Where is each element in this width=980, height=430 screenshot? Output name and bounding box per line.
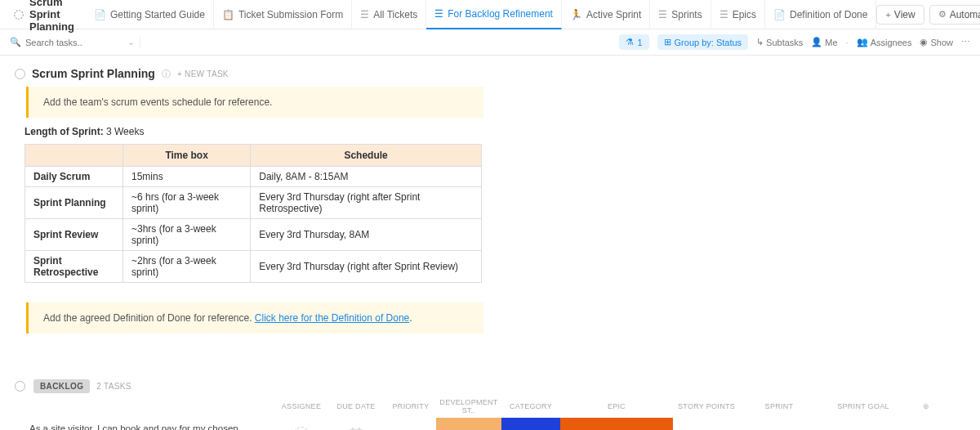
assignee-cell[interactable]: + [276, 418, 327, 430]
tab-definition-done[interactable]: 📄Definition of Done [765, 0, 876, 29]
group-by-button[interactable]: ⊞Group by: Status [657, 34, 749, 50]
table-header: Schedule [251, 145, 482, 167]
sprint-goal-cell[interactable]: – [818, 418, 908, 430]
topbar-actions: +View ⚙Automate⌄ ⤴Share [876, 5, 980, 25]
subtask-icon: ↳ [756, 37, 764, 47]
sprint-cell[interactable]: – [740, 418, 818, 430]
task-title-cell[interactable]: As a site visitor, I can book and pay fo… [15, 418, 276, 430]
assignees-filter[interactable]: 👥Assignees [857, 37, 912, 47]
due-date-cell[interactable] [327, 418, 385, 430]
users-icon: 👥 [857, 37, 868, 47]
form-icon: 📋 [222, 9, 234, 20]
subtasks-button[interactable]: ↳Subtasks [756, 37, 803, 47]
chevron-down-icon[interactable]: ⌄ [127, 37, 140, 47]
tab-all-tickets[interactable]: ☰All Tickets [352, 0, 426, 29]
dev-status-pill: Pending [436, 418, 501, 430]
table-row: Sprint Review~3hrs (for a 3-week sprint)… [25, 219, 482, 251]
col-dev-status[interactable]: DEVELOPMENT ST.. [436, 398, 501, 414]
schedule-table: Time box Schedule Daily Scrum15minsDaily… [24, 144, 482, 283]
search-input[interactable] [25, 38, 115, 47]
col-sprint[interactable]: SPRINT [740, 402, 818, 410]
table-header: Time box [123, 145, 251, 167]
add-view-button[interactable]: +View [876, 5, 924, 25]
group-icon: ⊞ [664, 37, 671, 47]
toolbar: 🔍 ⌄ ⚗1 ⊞Group by: Status ↳Subtasks 👤Me ·… [0, 29, 980, 56]
col-sprint-goal[interactable]: SPRINT GOAL [818, 402, 908, 410]
task-row[interactable]: As a site visitor, I can book and pay fo… [0, 418, 980, 430]
automate-button[interactable]: ⚙Automate⌄ [929, 5, 980, 25]
me-filter[interactable]: 👤Me [811, 37, 837, 47]
doc-icon: 📄 [773, 9, 786, 20]
list-icon: ☰ [658, 9, 667, 20]
category-pill: Story [501, 418, 560, 430]
filter-count[interactable]: ⚗1 [619, 34, 648, 50]
dev-status-cell[interactable]: Pending [436, 418, 501, 430]
eye-icon: ◉ [920, 37, 928, 47]
priority-cell[interactable]: ⚑ [385, 418, 436, 430]
col-due[interactable]: DUE DATE [327, 402, 385, 410]
search-icon: 🔍 [10, 37, 21, 47]
tab-sprints[interactable]: ☰Sprints [650, 0, 710, 29]
table-header [25, 145, 123, 167]
sprint-length: Length of Sprint: 3 Weeks [24, 126, 965, 137]
filter-icon: ⚗ [626, 37, 634, 47]
collapse-icon[interactable] [15, 381, 25, 392]
topbar: Scrum Sprint Planning 📄Getting Started G… [0, 0, 980, 29]
category-cell[interactable]: Story [501, 418, 560, 430]
more-menu[interactable]: ⋯ [961, 37, 970, 47]
show-button[interactable]: ◉Show [920, 37, 953, 47]
tab-epics[interactable]: ☰Epics [711, 0, 765, 29]
col-assignee[interactable]: ASSIGNEE [276, 402, 327, 410]
content: Scrum Sprint Planning ⓘ + NEW TASK Add t… [0, 56, 980, 350]
table-row: Sprint Planning~6 hrs (for a 3-week spri… [25, 187, 482, 219]
table-row: Daily Scrum15minsDaily, 8AM - 8:15AM [25, 167, 482, 187]
backlog-header: BACKLOG 2 TASKS [0, 379, 980, 393]
tab-ticket-form[interactable]: 📋Ticket Submission Form [214, 0, 352, 29]
new-task-link[interactable]: + NEW TASK [177, 69, 229, 78]
callout-dod: Add the agreed Definition of Done for re… [26, 302, 483, 334]
epic-cell[interactable]: Booking Services [560, 418, 673, 430]
sprint-length-value: 3 Weeks [106, 126, 144, 137]
table-row: Sprint Retrospective~2hrs (for a 3-week … [25, 251, 482, 283]
col-story-points[interactable]: STORY POINTS [673, 402, 740, 410]
list-icon: ☰ [360, 9, 369, 20]
callout-schedule: Add the team's scrum events schedule for… [26, 87, 483, 118]
collapse-icon[interactable] [15, 69, 25, 79]
sprint-icon: 🏃 [570, 9, 582, 20]
project-title-text: Scrum Sprint Planning [29, 0, 74, 33]
callout-text: Add the team's scrum events schedule for… [43, 96, 272, 108]
task-count: 2 TASKS [96, 382, 131, 391]
backlog-label[interactable]: BACKLOG [33, 379, 90, 393]
epic-pill: Booking Services [560, 418, 673, 430]
project-icon [13, 9, 24, 20]
row-menu[interactable] [908, 418, 929, 430]
toolbar-right: ⚗1 ⊞Group by: Status ↳Subtasks 👤Me · 👥As… [619, 34, 970, 50]
sprint-length-label: Length of Sprint: [24, 126, 104, 137]
add-column-button[interactable]: ⊕ [908, 402, 929, 410]
add-assignee-icon[interactable]: + [293, 427, 310, 430]
task-title: As a site visitor, I can book and pay fo… [29, 423, 257, 430]
plus-icon: + [885, 10, 890, 20]
divider: · [846, 38, 849, 47]
story-points-cell[interactable]: 8 [673, 418, 740, 430]
svg-point-0 [15, 10, 24, 19]
tab-getting-started[interactable]: 📄Getting Started Guide [86, 0, 214, 29]
col-priority[interactable]: PRIORITY [385, 402, 436, 410]
col-category[interactable]: CATEGORY [501, 402, 560, 410]
user-icon: 👤 [811, 37, 822, 47]
project-title[interactable]: Scrum Sprint Planning [7, 0, 81, 36]
tab-active-sprint[interactable]: 🏃Active Sprint [562, 0, 650, 29]
info-icon[interactable]: ⓘ [162, 68, 171, 80]
bolt-icon: ⚙ [938, 9, 947, 20]
view-tabs: 📄Getting Started Guide 📋Ticket Submissio… [86, 0, 877, 29]
tab-backlog-refinement[interactable]: ☰For Backlog Refinement [426, 0, 562, 29]
col-epic[interactable]: EPIC [560, 402, 673, 410]
search-box[interactable]: 🔍 ⌄ [10, 37, 140, 47]
list-icon: ☰ [434, 8, 443, 20]
list-icon: ☰ [719, 9, 728, 20]
dod-link[interactable]: Click here for the Definition of Done [255, 312, 409, 324]
section-title: Scrum Sprint Planning [32, 67, 155, 80]
doc-icon: 📄 [94, 9, 106, 20]
column-headers: ASSIGNEE DUE DATE PRIORITY DEVELOPMENT S… [0, 398, 980, 418]
section-header: Scrum Sprint Planning ⓘ + NEW TASK [15, 67, 965, 80]
